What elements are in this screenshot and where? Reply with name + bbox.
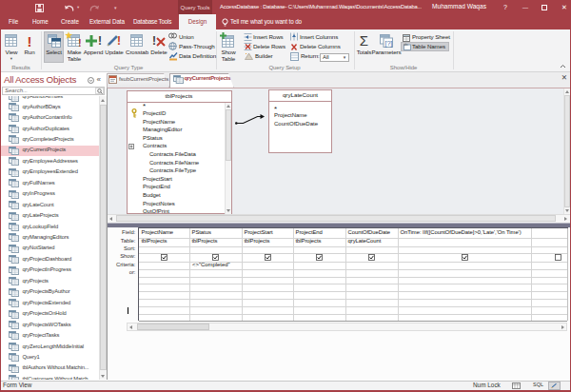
svg-text:[?]: [?]	[385, 40, 393, 48]
svg-text:abc: abc	[404, 43, 409, 47]
